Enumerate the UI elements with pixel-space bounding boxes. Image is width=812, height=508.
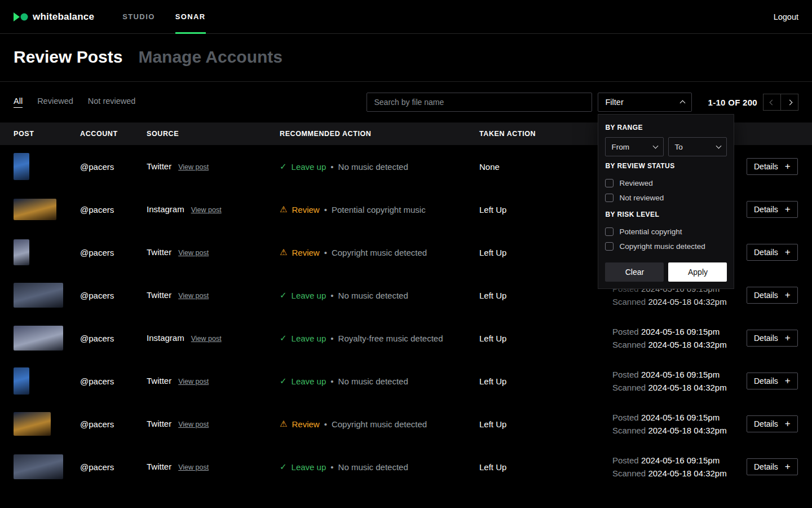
chevron-up-icon [680, 100, 686, 106]
taken-action: Left Up [479, 462, 612, 472]
post-thumbnail[interactable] [14, 153, 29, 180]
details-button[interactable]: Details + [747, 330, 798, 347]
scanned-value: 2024-05-18 04:32pm [648, 297, 726, 306]
account-handle: @pacers [80, 376, 147, 386]
view-post-link[interactable]: View post [178, 421, 209, 428]
account-handle: @pacers [80, 462, 147, 472]
taken-action: Left Up [479, 205, 612, 214]
recommended-action-cell: ✓ Leave up • No music detected [280, 376, 479, 386]
view-post-link[interactable]: View post [178, 463, 209, 471]
nav-item-sonar[interactable]: SONAR [175, 0, 206, 34]
plus-icon: + [785, 461, 791, 472]
filter-review-status-title: BY REVIEW STATUS [605, 162, 727, 170]
bullet-separator: • [330, 162, 333, 172]
details-button[interactable]: Details + [747, 415, 798, 432]
status-tab-not-reviewed[interactable]: Not reviewed [88, 97, 136, 108]
details-button[interactable]: Details + [747, 373, 798, 389]
bullet-separator: • [330, 334, 333, 343]
range-to-select[interactable]: To [668, 137, 727, 156]
recommended-action-cell: ✓ Leave up • No music detected [280, 161, 479, 172]
bullet-separator: • [330, 291, 333, 300]
recommended-action-cell: ⚠ Review • Potential copyright music [280, 204, 479, 214]
details-button[interactable]: Details + [747, 158, 798, 175]
post-thumbnail[interactable] [14, 283, 63, 308]
status-tab-all[interactable]: All [14, 97, 23, 108]
brand[interactable]: whitebalance [14, 11, 94, 23]
checkbox-potential-copyright-label: Potential copyright [619, 227, 682, 236]
details-button[interactable]: Details + [747, 458, 798, 475]
details-button[interactable]: Details + [747, 201, 798, 218]
post-thumbnail[interactable] [14, 454, 63, 479]
plus-icon: + [785, 418, 791, 430]
table-row: @pacers InstagramView post ✓ Leave up • … [0, 317, 812, 360]
warning-icon: ⚠ [280, 204, 287, 214]
checkbox-potential-copyright[interactable]: Potential copyright [605, 224, 727, 239]
action-label: Review [292, 248, 319, 257]
post-thumbnail[interactable] [14, 326, 63, 351]
details-cell: Details + [747, 201, 798, 218]
status-tab-reviewed[interactable]: Reviewed [37, 97, 73, 108]
page-title-bar: Review Posts Manage Accounts [0, 34, 812, 82]
details-cell: Details + [747, 330, 798, 347]
tab-manage-accounts[interactable]: Manage Accounts [138, 47, 283, 67]
action-label: Review [292, 419, 319, 429]
details-button[interactable]: Details + [747, 244, 798, 261]
source-cell: TwitterView post [147, 247, 280, 257]
source-cell: InstagramView post [147, 333, 280, 343]
post-thumbnail[interactable] [14, 239, 29, 265]
taken-action: Left Up [479, 291, 612, 300]
check-icon: ✓ [280, 161, 287, 172]
view-post-link[interactable]: View post [191, 335, 222, 343]
posted-label: Posted [612, 413, 639, 422]
action-detail: Royalty-free music detected [338, 334, 443, 343]
column-header-post: POST [14, 130, 80, 138]
tab-review-posts[interactable]: Review Posts [14, 47, 122, 67]
plus-icon: + [785, 247, 791, 258]
details-cell: Details + [747, 287, 798, 304]
taken-action: Left Up [479, 376, 612, 386]
account-handle: @pacers [80, 162, 147, 172]
filter-panel: BY RANGE From To BY REVIEW STATUS Review… [598, 114, 734, 289]
posted-value: 2024-05-16 09:15pm [641, 413, 720, 422]
clear-button[interactable]: Clear [605, 262, 664, 282]
plus-icon: + [785, 161, 791, 172]
next-page-button[interactable] [780, 94, 798, 111]
view-post-link[interactable]: View post [178, 249, 209, 257]
prev-page-button[interactable] [763, 94, 781, 111]
recommended-action-cell: ⚠ Review • Copyright music detected [280, 419, 479, 429]
scanned-value: 2024-05-18 04:32pm [648, 468, 726, 478]
details-button[interactable]: Details + [747, 287, 798, 304]
logout-link[interactable]: Logout [774, 12, 798, 21]
table-row: @pacers TwitterView post ✓ Leave up • No… [0, 445, 812, 488]
pagination-buttons [763, 94, 798, 111]
details-cell: Details + [747, 158, 798, 175]
checkbox-reviewed[interactable]: Reviewed [605, 176, 727, 190]
post-thumbnail[interactable] [14, 367, 29, 395]
post-thumbnail[interactable] [14, 199, 56, 220]
search-input[interactable] [367, 93, 592, 112]
nav-item-studio[interactable]: STUDIO [122, 0, 155, 34]
source-name: Instagram [147, 204, 184, 214]
checkbox-not-reviewed[interactable]: Not reviewed [605, 190, 727, 205]
source-name: Twitter [147, 161, 171, 171]
view-post-link[interactable]: View post [191, 206, 222, 214]
plus-icon: + [785, 332, 791, 344]
view-post-link[interactable]: View post [178, 378, 209, 386]
action-detail: Copyright music detected [332, 248, 427, 257]
column-header-account: ACCOUNT [80, 130, 147, 138]
view-post-link[interactable]: View post [178, 292, 209, 300]
apply-button[interactable]: Apply [668, 262, 727, 282]
filter-button[interactable]: Filter [598, 93, 692, 112]
checkbox-icon [605, 179, 614, 187]
recommended-action-cell: ⚠ Review • Copyright music detected [280, 247, 479, 257]
view-post-link[interactable]: View post [178, 163, 209, 171]
posted-label: Posted [612, 370, 639, 379]
checkbox-copyright-music[interactable]: Copyright music detected [605, 239, 727, 253]
post-thumbnail[interactable] [14, 412, 51, 436]
source-name: Twitter [147, 376, 171, 386]
source-cell: TwitterView post [147, 419, 280, 429]
details-button-label: Details [754, 162, 778, 171]
details-cell: Details + [747, 244, 798, 261]
range-from-select[interactable]: From [605, 137, 664, 156]
post-cell [14, 153, 80, 180]
